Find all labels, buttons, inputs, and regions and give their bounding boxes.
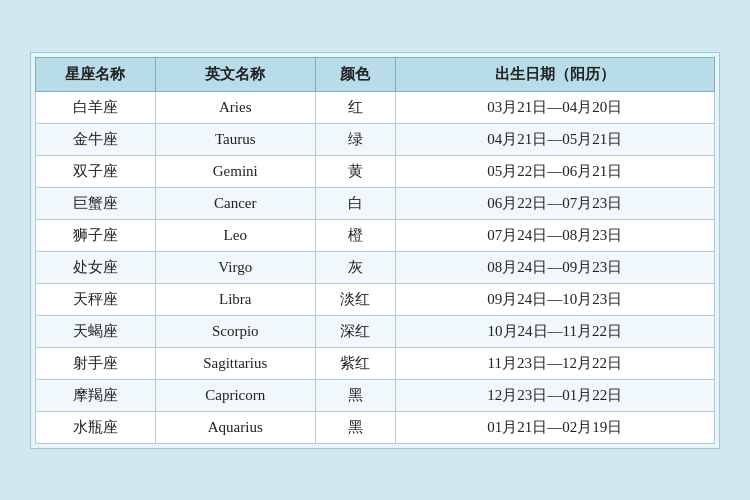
cell-en: Sagittarius xyxy=(155,347,315,379)
table-header-row: 星座名称 英文名称 颜色 出生日期（阳历） xyxy=(36,57,715,91)
cell-zh: 处女座 xyxy=(36,251,156,283)
cell-color: 绿 xyxy=(315,123,395,155)
cell-date: 09月24日—10月23日 xyxy=(395,283,714,315)
table-row: 金牛座Taurus绿04月21日—05月21日 xyxy=(36,123,715,155)
cell-color: 灰 xyxy=(315,251,395,283)
cell-en: Virgo xyxy=(155,251,315,283)
table-row: 天蝎座Scorpio深红10月24日—11月22日 xyxy=(36,315,715,347)
cell-zh: 射手座 xyxy=(36,347,156,379)
cell-date: 07月24日—08月23日 xyxy=(395,219,714,251)
cell-en: Aries xyxy=(155,91,315,123)
table-row: 白羊座Aries红03月21日—04月20日 xyxy=(36,91,715,123)
header-en: 英文名称 xyxy=(155,57,315,91)
cell-zh: 金牛座 xyxy=(36,123,156,155)
cell-en: Gemini xyxy=(155,155,315,187)
cell-date: 06月22日—07月23日 xyxy=(395,187,714,219)
cell-date: 03月21日—04月20日 xyxy=(395,91,714,123)
table-row: 巨蟹座Cancer白06月22日—07月23日 xyxy=(36,187,715,219)
cell-zh: 巨蟹座 xyxy=(36,187,156,219)
cell-color: 深红 xyxy=(315,315,395,347)
cell-zh: 狮子座 xyxy=(36,219,156,251)
cell-color: 黑 xyxy=(315,411,395,443)
cell-zh: 摩羯座 xyxy=(36,379,156,411)
cell-en: Capricorn xyxy=(155,379,315,411)
cell-en: Leo xyxy=(155,219,315,251)
cell-zh: 水瓶座 xyxy=(36,411,156,443)
cell-date: 01月21日—02月19日 xyxy=(395,411,714,443)
cell-date: 08月24日—09月23日 xyxy=(395,251,714,283)
header-date: 出生日期（阳历） xyxy=(395,57,714,91)
cell-color: 橙 xyxy=(315,219,395,251)
table-row: 水瓶座Aquarius黑01月21日—02月19日 xyxy=(36,411,715,443)
cell-zh: 白羊座 xyxy=(36,91,156,123)
cell-color: 黄 xyxy=(315,155,395,187)
cell-date: 10月24日—11月22日 xyxy=(395,315,714,347)
cell-date: 05月22日—06月21日 xyxy=(395,155,714,187)
table-row: 狮子座Leo橙07月24日—08月23日 xyxy=(36,219,715,251)
cell-color: 紫红 xyxy=(315,347,395,379)
cell-en: Libra xyxy=(155,283,315,315)
cell-en: Aquarius xyxy=(155,411,315,443)
zodiac-table: 星座名称 英文名称 颜色 出生日期（阳历） 白羊座Aries红03月21日—04… xyxy=(35,57,715,444)
cell-en: Scorpio xyxy=(155,315,315,347)
cell-zh: 双子座 xyxy=(36,155,156,187)
cell-color: 红 xyxy=(315,91,395,123)
cell-color: 黑 xyxy=(315,379,395,411)
cell-en: Cancer xyxy=(155,187,315,219)
cell-color: 淡红 xyxy=(315,283,395,315)
cell-zh: 天蝎座 xyxy=(36,315,156,347)
header-color: 颜色 xyxy=(315,57,395,91)
cell-color: 白 xyxy=(315,187,395,219)
table-row: 射手座Sagittarius紫红11月23日—12月22日 xyxy=(36,347,715,379)
cell-zh: 天秤座 xyxy=(36,283,156,315)
table-row: 天秤座Libra淡红09月24日—10月23日 xyxy=(36,283,715,315)
cell-date: 04月21日—05月21日 xyxy=(395,123,714,155)
header-zh: 星座名称 xyxy=(36,57,156,91)
table-row: 摩羯座Capricorn黑12月23日—01月22日 xyxy=(36,379,715,411)
cell-date: 11月23日—12月22日 xyxy=(395,347,714,379)
table-row: 处女座Virgo灰08月24日—09月23日 xyxy=(36,251,715,283)
zodiac-table-container: 星座名称 英文名称 颜色 出生日期（阳历） 白羊座Aries红03月21日—04… xyxy=(30,52,720,449)
table-body: 白羊座Aries红03月21日—04月20日金牛座Taurus绿04月21日—0… xyxy=(36,91,715,443)
table-row: 双子座Gemini黄05月22日—06月21日 xyxy=(36,155,715,187)
cell-date: 12月23日—01月22日 xyxy=(395,379,714,411)
cell-en: Taurus xyxy=(155,123,315,155)
